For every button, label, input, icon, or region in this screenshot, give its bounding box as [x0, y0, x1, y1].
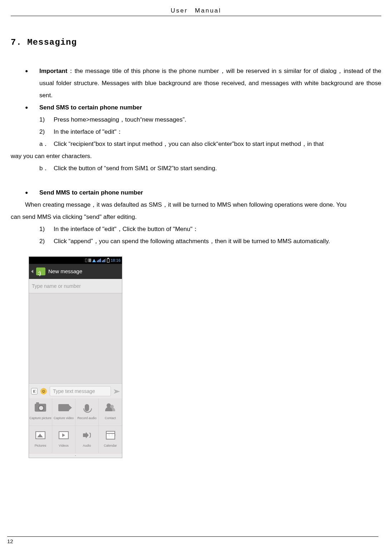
attach-pictures[interactable]: Pictures [29, 426, 52, 453]
attach-capture-video[interactable]: Capture video [52, 398, 75, 426]
contact-icon [105, 403, 116, 412]
mms-intro-line1: When creating message，it was defaulted a… [11, 199, 381, 211]
back-icon[interactable] [31, 270, 33, 273]
speaker-icon [83, 431, 91, 439]
calendar-icon [106, 431, 115, 439]
attach-videos[interactable]: Videos [52, 426, 75, 453]
page-number: 12 [7, 536, 378, 544]
compose-input[interactable]: Type text message [50, 386, 111, 396]
sms-sub-a-text: Click “recipient”box to start input meth… [54, 138, 381, 150]
bullet-important: ● Important：the message title of this ph… [11, 65, 381, 102]
mms-step-1-text: In the interface of "edit"，Click the but… [54, 223, 381, 235]
messaging-app-icon [36, 267, 45, 275]
sms-sub-a-cont: way you can enter characters. [11, 150, 381, 162]
recipient-placeholder: Type name or number [32, 281, 81, 291]
send-icon[interactable]: ➤ [113, 384, 121, 398]
sms-sub-b-text: Click the button of “send from SiM1 or S… [54, 162, 381, 175]
list-number: 1) [39, 223, 54, 235]
camera-icon [35, 404, 46, 412]
section-number: 7. [11, 38, 22, 47]
signal-icon-2 [102, 259, 106, 262]
list-letter: b． [39, 162, 54, 175]
signal-icon [97, 259, 101, 262]
section-name: Messaging [27, 38, 77, 47]
section-title: 7. Messaging [11, 38, 381, 47]
mms-step-2-text: Click “append”，you can spend the followi… [54, 235, 381, 247]
send-sms-title: Send SMS to certain phone number [39, 102, 381, 114]
app-bar-title: New message [48, 266, 82, 277]
sms-step-2: 2) In the interface of "edit"： [11, 126, 381, 138]
recipient-input[interactable]: Type name or number [29, 279, 122, 293]
status-clock: 18:16 [111, 256, 121, 264]
page-indicator: • [29, 453, 122, 458]
list-letter: a． [39, 138, 54, 150]
emoji-icon[interactable]: ☺ [40, 388, 47, 394]
attach-calendar[interactable]: Calendar [99, 426, 122, 453]
picture-icon [35, 431, 45, 439]
sms-step-1: 1) Press home>messaging，touch“new messag… [11, 114, 381, 126]
sim-select-icon[interactable]: ◧ [31, 388, 38, 394]
phone-screenshot: 18:16 New message Type name or number ◧ … [29, 256, 122, 458]
video-camera-icon [58, 404, 69, 411]
attach-label: Pictures [35, 442, 46, 449]
list-number: 2) [39, 235, 54, 247]
wifi-icon [92, 259, 96, 262]
bullet-icon: ● [25, 102, 39, 114]
battery-icon [107, 259, 109, 262]
list-number: 1) [39, 114, 54, 126]
mms-step-1: 1) In the interface of "edit"，Click the … [11, 223, 381, 235]
attach-label: Contact [105, 415, 116, 421]
content-body: ● Important：the message title of this ph… [11, 65, 381, 458]
attach-label: Calendar [104, 442, 117, 449]
mms-step-2: 2) Click “append”，you can spend the foll… [11, 235, 381, 247]
attachment-grid: Capture picture Capture video Record aud… [29, 398, 122, 453]
sms-sub-a: a． Click “recipient”box to start input m… [11, 138, 381, 150]
compose-placeholder: Type text message [53, 386, 95, 396]
sms-step-1-text: Press home>messaging，touch“new messages”… [54, 114, 381, 126]
send-mms-title: Send MMS to certain phone number [39, 187, 381, 199]
video-file-icon [59, 431, 69, 439]
attach-label: Record audio [77, 415, 97, 421]
app-bar: New message [29, 264, 122, 279]
attach-record-audio[interactable]: Record audio [75, 398, 99, 426]
bullet-icon: ● [25, 65, 39, 77]
attach-label: Capture video [54, 415, 74, 421]
attach-label: Videos [59, 442, 68, 449]
important-label: Important [39, 68, 67, 74]
bullet-send-mms: ● Send MMS to certain phone number [11, 187, 381, 199]
sms-sub-b: b． Click the button of “send from SiM1 o… [11, 162, 381, 175]
attach-contact[interactable]: Contact [99, 398, 122, 426]
sms-step-2-text: In the interface of "edit"： [54, 126, 381, 138]
message-body-area [29, 293, 122, 383]
document-header: User Manual [11, 7, 381, 16]
attach-label: Capture picture [29, 415, 52, 421]
status-bar: 18:16 [29, 257, 122, 264]
attach-audio[interactable]: Audio [75, 426, 99, 453]
attach-capture-picture[interactable]: Capture picture [29, 398, 52, 426]
microphone-icon [85, 404, 89, 411]
important-text: ：the message title of this phone is the … [39, 68, 381, 99]
usb-icon [88, 259, 91, 262]
bullet-send-sms: ● Send SMS to certain phone number [11, 102, 381, 114]
sdcard-icon [85, 259, 87, 262]
compose-row: ◧ ☺ Type text message ➤ [29, 383, 122, 398]
attach-label: Audio [83, 442, 91, 449]
mms-intro-line2: can send MMS via clicking "send" after e… [11, 211, 381, 223]
bullet-icon: ● [25, 187, 39, 199]
list-number: 2) [39, 126, 54, 138]
